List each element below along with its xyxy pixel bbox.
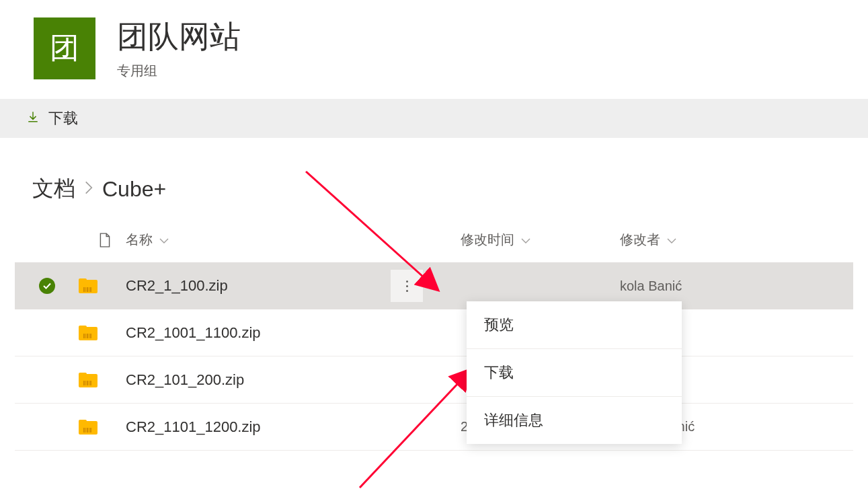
column-name[interactable]: 名称 — [126, 231, 448, 249]
modified-by[interactable]: kola Banić — [620, 278, 822, 294]
file-icon-cell — [79, 326, 126, 340]
breadcrumb-current[interactable]: Cube+ — [102, 177, 166, 202]
download-icon — [27, 110, 39, 127]
column-modified-label: 修改时间 — [461, 231, 514, 249]
column-name-label: 名称 — [126, 231, 153, 249]
context-menu-item[interactable]: 下载 — [467, 349, 682, 397]
chevron-down-icon — [667, 232, 676, 248]
zip-folder-icon — [79, 420, 97, 435]
command-bar: 下载 — [0, 99, 868, 138]
download-button[interactable]: 下载 — [27, 108, 78, 128]
table-header-row: 名称 修改时间 修改者 — [15, 223, 853, 262]
breadcrumb: 文档 Cube+ — [0, 138, 868, 223]
table-row[interactable]: CR2_101_200.zipkola Banić — [15, 356, 853, 404]
table-row[interactable]: CR2_1_100.zipkola Banić — [15, 262, 853, 309]
file-name[interactable]: CR2_1101_1200.zip — [126, 418, 448, 436]
column-modified[interactable]: 修改时间 — [448, 231, 620, 249]
site-titles: 团队网站 专用组 — [117, 16, 241, 80]
download-button-label: 下载 — [48, 108, 78, 128]
column-type-icon[interactable] — [79, 233, 126, 248]
column-modifier-label: 修改者 — [620, 231, 660, 249]
row-actions-button[interactable] — [391, 270, 423, 302]
zip-folder-icon — [79, 278, 97, 293]
zip-folder-icon — [79, 373, 97, 387]
site-header: 团 团队网站 专用组 — [0, 0, 868, 99]
file-icon-cell — [79, 373, 126, 387]
chevron-right-icon — [85, 180, 93, 198]
site-title[interactable]: 团队网站 — [117, 16, 241, 58]
table-row[interactable]: CR2_1001_1100.zipkola Banić — [15, 309, 853, 356]
file-icon-cell — [79, 278, 126, 293]
more-vertical-icon — [406, 280, 408, 292]
file-icon-cell — [79, 420, 126, 435]
breadcrumb-root[interactable]: 文档 — [32, 174, 75, 204]
row-select-cell[interactable] — [15, 278, 79, 294]
file-name[interactable]: CR2_101_200.zip — [126, 371, 448, 389]
table-row[interactable]: CR2_1101_1200.zip2月17日Nikola Banić — [15, 404, 853, 451]
site-subtitle[interactable]: 专用组 — [117, 62, 241, 80]
column-modifier[interactable]: 修改者 — [620, 231, 822, 249]
context-menu-item[interactable]: 预览 — [467, 301, 682, 349]
check-circle-icon — [39, 278, 55, 294]
chevron-down-icon — [159, 232, 169, 248]
zip-folder-icon — [79, 326, 97, 340]
context-menu: 预览下载详细信息 — [467, 301, 682, 444]
file-table: 名称 修改时间 修改者 CR2_1_100.zipkola BanićCR2_1… — [0, 223, 868, 451]
context-menu-item[interactable]: 详细信息 — [467, 397, 682, 444]
file-name[interactable]: CR2_1001_1100.zip — [126, 324, 448, 342]
chevron-down-icon — [521, 232, 530, 248]
site-logo-char: 团 — [50, 28, 79, 68]
site-logo[interactable]: 团 — [34, 17, 95, 79]
